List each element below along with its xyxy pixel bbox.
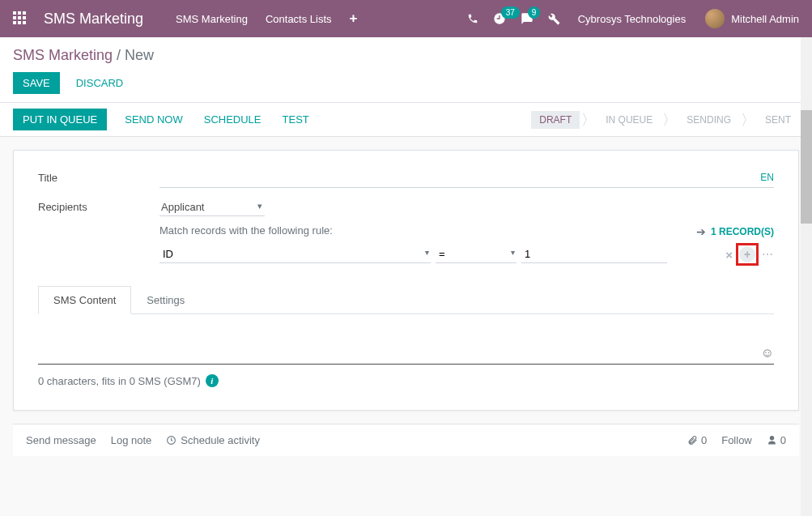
status-in-queue[interactable]: IN QUEUE (597, 111, 661, 129)
nav-sms-marketing[interactable]: SMS Marketing (176, 13, 248, 25)
sms-message-input[interactable] (38, 335, 774, 358)
messages-badge: 9 (528, 6, 541, 19)
avatar (705, 9, 725, 28)
nav-contacts-lists[interactable]: Contacts Lists (266, 13, 332, 25)
title-input[interactable] (159, 170, 774, 188)
chatter: Send message Log note Schedule activity … (13, 424, 799, 456)
rule-actions: × + ⋯ (725, 243, 774, 266)
phone-icon[interactable] (467, 13, 478, 24)
activities-icon[interactable]: 37 (493, 12, 506, 25)
tab-sms-content[interactable]: SMS Content (38, 286, 131, 314)
tabs: SMS Content Settings (38, 285, 774, 314)
rule-operator-select[interactable] (436, 245, 517, 263)
scrollbar-thumb[interactable] (801, 110, 812, 224)
statusbar-row: PUT IN QUEUE SEND NOW SCHEDULE TEST DRAF… (0, 103, 812, 137)
schedule-activity-button[interactable]: Schedule activity (166, 434, 260, 446)
statusbar: DRAFT 〉 IN QUEUE 〉 SENDING 〉 SENT (531, 111, 799, 129)
arrow-right-icon: ➔ (696, 225, 706, 238)
add-rule-highlight: + (736, 243, 759, 266)
title-row: Title EN (38, 170, 774, 188)
put-in-queue-button[interactable]: PUT IN QUEUE (13, 109, 107, 130)
tab-settings[interactable]: Settings (131, 286, 200, 314)
scrollbar[interactable] (801, 37, 812, 469)
status-sep: 〉 (581, 113, 596, 127)
sms-textarea-wrap: ☺ (38, 335, 774, 365)
status-draft[interactable]: DRAFT (531, 111, 580, 129)
breadcrumb-parent[interactable]: SMS Marketing (13, 47, 113, 63)
records-row: ➔ 1 RECORD(S) (696, 225, 774, 238)
company-name[interactable]: Cybrosys Technologies (578, 13, 686, 25)
log-note-button[interactable]: Log note (111, 434, 152, 446)
status-sep: 〉 (662, 113, 677, 127)
info-icon[interactable]: i (206, 374, 219, 387)
nav-right: 37 9 Cybrosys Technologies Mitchell Admi… (467, 9, 799, 28)
apps-icon[interactable] (13, 11, 28, 26)
emoji-icon[interactable]: ☺ (761, 346, 774, 360)
breadcrumb: SMS Marketing / New (13, 47, 799, 64)
top-navbar: SMS Marketing SMS Marketing Contacts Lis… (0, 0, 812, 37)
attachments-count[interactable]: 0 (687, 434, 707, 446)
status-sep: 〉 (741, 113, 755, 127)
breadcrumb-current: New (125, 47, 154, 63)
debug-icon[interactable] (548, 13, 560, 25)
rule-value-input[interactable] (521, 245, 667, 263)
rule-more-icon[interactable]: ⋯ (762, 248, 774, 261)
match-rule-text: Match records with the following rule: (159, 224, 696, 237)
records-link[interactable]: 1 RECORD(S) (711, 226, 774, 237)
recipients-model-select[interactable]: Applicant (159, 199, 265, 216)
lang-toggle[interactable]: EN (760, 172, 774, 183)
activities-badge: 37 (501, 6, 520, 19)
nav-links: SMS Marketing Contacts Lists + (176, 11, 467, 27)
status-sent[interactable]: SENT (757, 111, 799, 129)
rule-row: × + ⋯ (159, 243, 774, 266)
discard-button[interactable]: DISCARD (73, 72, 127, 94)
follow-button[interactable]: Follow (721, 434, 752, 446)
add-rule-icon[interactable]: + (739, 246, 755, 262)
sms-counter: 0 characters, fits in 0 SMS (GSM7) i (38, 374, 774, 387)
delete-rule-icon[interactable]: × (725, 248, 733, 262)
title-field-wrap: EN (159, 170, 774, 188)
rule-field-select[interactable] (159, 245, 431, 263)
cp-actions: SAVE DISCARD (13, 72, 799, 94)
messages-icon[interactable]: 9 (521, 12, 534, 25)
recipients-field: Applicant Match records with the followi… (159, 199, 774, 266)
chatter-left: Send message Log note Schedule activity (26, 434, 260, 446)
control-panel: SMS Marketing / New SAVE DISCARD (0, 37, 812, 103)
chatter-right: 0 Follow 0 (687, 434, 786, 446)
title-label: Title (38, 170, 159, 184)
save-button[interactable]: SAVE (13, 72, 60, 94)
recipients-row: Recipients Applicant Match records with … (38, 199, 774, 266)
nav-new-icon[interactable]: + (350, 11, 358, 27)
followers-count[interactable]: 0 (767, 434, 786, 446)
form-sheet: Title EN Recipients Applicant Match reco… (13, 150, 799, 411)
user-menu[interactable]: Mitchell Admin (700, 9, 799, 28)
recipients-label: Recipients (38, 199, 159, 213)
user-name: Mitchell Admin (731, 13, 799, 25)
sms-content-pane: ☺ 0 characters, fits in 0 SMS (GSM7) i (38, 335, 774, 387)
status-sending[interactable]: SENDING (678, 111, 739, 129)
test-button[interactable]: TEST (279, 109, 312, 130)
schedule-button[interactable]: SCHEDULE (201, 109, 265, 130)
send-message-button[interactable]: Send message (26, 434, 96, 446)
statusbar-buttons: PUT IN QUEUE SEND NOW SCHEDULE TEST (13, 109, 312, 130)
app-brand: SMS Marketing (44, 11, 143, 28)
send-now-button[interactable]: SEND NOW (121, 109, 186, 130)
